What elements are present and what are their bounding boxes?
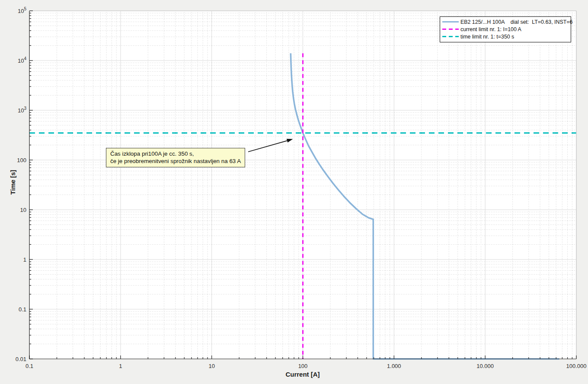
- svg-text:100: 100: [298, 363, 308, 369]
- legend-label-time-limit: time limit nr. 1: t=350 s: [460, 34, 514, 40]
- svg-text:10.000: 10.000: [476, 363, 494, 369]
- svg-text:105: 105: [18, 6, 26, 14]
- svg-text:1: 1: [119, 363, 122, 369]
- legend-entry-current-limit: current limit nr. 1: I=100 A: [442, 26, 568, 32]
- annotation-line-1: Čas izklopa pri100A je cc. 350 s,: [110, 150, 241, 157]
- svg-text:0.1: 0.1: [19, 306, 26, 313]
- svg-text:10: 10: [208, 363, 214, 369]
- svg-text:100: 100: [17, 157, 26, 163]
- legend-line-sample-curve: [442, 21, 459, 22]
- y-axis-title: Time [s]: [9, 154, 16, 211]
- annotation-line-2: če je preobremenitveni sprožnik nastavlj…: [110, 157, 241, 165]
- legend-line-sample-time-limit: [442, 36, 459, 37]
- legend-entry-time-limit: time limit nr. 1: t=350 s: [442, 33, 568, 40]
- legend-entry-curve: EB2 125/...H 100A dial set: LT=0.63, INS…: [442, 19, 568, 25]
- svg-text:10: 10: [20, 207, 26, 213]
- figure-window: 0.11101001.00010.000100.0001051041031001…: [0, 0, 588, 384]
- svg-text:0.1: 0.1: [26, 363, 33, 369]
- legend-label-current-limit: current limit nr. 1: I=100 A: [460, 26, 521, 32]
- svg-text:103: 103: [18, 106, 26, 114]
- svg-text:1: 1: [23, 256, 26, 263]
- annotation-box[interactable]: Čas izklopa pri100A je cc. 350 s, če je …: [106, 148, 245, 167]
- x-axis-title: Current [A]: [242, 371, 363, 378]
- legend-label-curve: EB2 125/...H 100A dial set: LT=0.63, INS…: [460, 19, 572, 25]
- svg-text:1.000: 1.000: [387, 363, 401, 369]
- svg-text:104: 104: [18, 56, 26, 64]
- legend-line-sample-current-limit: [442, 29, 459, 30]
- svg-text:100.000: 100.000: [566, 363, 587, 369]
- legend[interactable]: EB2 125/...H 100A dial set: LT=0.63, INS…: [440, 16, 571, 42]
- svg-text:0.01: 0.01: [16, 356, 26, 362]
- chart-canvas: 0.11101001.00010.000100.0001051041031001…: [0, 0, 588, 384]
